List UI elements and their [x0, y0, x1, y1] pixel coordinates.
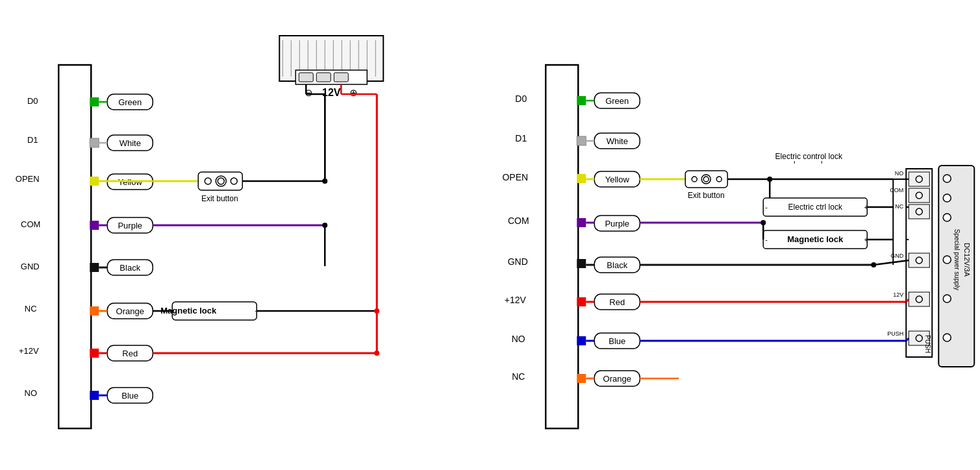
- svg-rect-1: [90, 97, 99, 106]
- term-label-nc: NC: [895, 203, 903, 210]
- ecl-name: Electric ctrl lock: [788, 203, 842, 212]
- label-green: Green: [118, 97, 142, 107]
- pin-d1: D1: [27, 135, 38, 145]
- svg-rect-5: [90, 263, 99, 272]
- exit-button-label: Exit button: [201, 194, 238, 203]
- exit-button-label-r: Exit button: [687, 191, 724, 200]
- svg-rect-71: [577, 96, 586, 105]
- label-red: Red: [122, 349, 138, 358]
- label-yellow-r: Yellow: [605, 175, 629, 184]
- psu-name: Special power supply: [953, 229, 961, 291]
- svg-rect-75: [577, 259, 586, 268]
- svg-rect-77: [577, 336, 586, 345]
- svg-rect-2: [90, 138, 99, 147]
- pin-d0: D0: [27, 96, 38, 106]
- magnetic-lock-label: Magnetic lock: [160, 306, 217, 315]
- label-orange: Orange: [116, 306, 144, 316]
- diagram-right: D0 D1 OPEN COM GND +12V NO NC: [490, 0, 981, 470]
- plus-label: ⊕: [349, 87, 358, 98]
- label-purple-r: Purple: [605, 219, 629, 229]
- diagram-left: D0 D1 OPEN COM GND NC +12V NO: [0, 0, 490, 470]
- label-white: White: [119, 138, 141, 148]
- svg-rect-64: [334, 73, 348, 82]
- pin-nc: NC: [25, 304, 37, 314]
- pin-com-r: COM: [507, 216, 529, 226]
- term-label-com: COM: [890, 187, 903, 193]
- label-green-r: Green: [605, 96, 629, 106]
- pin-open: OPEN: [16, 174, 40, 184]
- label-orange-r: Orange: [603, 374, 631, 384]
- pin-com: COM: [21, 219, 40, 229]
- pin-open-r: OPEN: [502, 172, 528, 182]
- term-label-push: PUSH: [887, 330, 903, 337]
- svg-rect-63: [316, 73, 331, 82]
- svg-rect-0: [58, 65, 91, 428]
- pin-gnd-r: GND: [507, 256, 527, 267]
- pin-no-r: NO: [511, 334, 525, 344]
- main-container: D0 D1 OPEN COM GND NC +12V NO: [0, 0, 980, 470]
- svg-rect-4: [90, 221, 99, 230]
- label-purple: Purple: [118, 221, 142, 230]
- svg-point-134: [943, 175, 951, 182]
- svg-rect-8: [90, 391, 99, 400]
- svg-rect-70: [546, 65, 578, 428]
- svg-point-128: [916, 257, 922, 264]
- svg-point-135: [943, 194, 951, 202]
- label-blue-r: Blue: [609, 336, 625, 346]
- ml-label-r: Magnetic lock: [787, 234, 844, 244]
- pin-12v: +12V: [19, 346, 39, 356]
- label-white-r: White: [606, 136, 627, 146]
- ml-minus-r: -: [765, 236, 768, 243]
- svg-point-130: [916, 296, 922, 303]
- term-label-12v: 12V: [893, 291, 903, 298]
- term-label-no: NO: [894, 170, 903, 177]
- svg-rect-76: [577, 297, 586, 306]
- pin-gnd: GND: [21, 262, 40, 271]
- svg-point-137: [943, 256, 951, 264]
- pin-nc-r: NC: [512, 371, 525, 382]
- term-push: PUSH: [924, 335, 931, 353]
- svg-rect-62: [299, 73, 313, 82]
- svg-point-124: [916, 192, 922, 199]
- pin-no: NO: [25, 388, 38, 398]
- svg-rect-3: [90, 177, 99, 186]
- svg-point-138: [943, 295, 951, 303]
- pin-12v-r: +12V: [504, 295, 526, 305]
- svg-point-122: [916, 176, 922, 182]
- term-label-gnd: GND: [890, 253, 904, 259]
- ecl-label: Electric control lock: [775, 152, 842, 161]
- pin-d0-r: D0: [515, 93, 527, 104]
- svg-point-136: [943, 214, 951, 221]
- svg-point-132: [916, 335, 922, 341]
- label-red-r: Red: [609, 297, 625, 307]
- svg-rect-73: [577, 174, 586, 183]
- label-black-r: Black: [607, 260, 627, 270]
- svg-rect-74: [577, 218, 586, 227]
- svg-rect-72: [577, 136, 586, 145]
- svg-rect-6: [90, 306, 99, 315]
- psu-model: DC12V/3A: [963, 243, 971, 277]
- pin-d1-r: D1: [515, 133, 527, 143]
- ecl-minus: -: [765, 203, 768, 211]
- svg-rect-7: [90, 349, 99, 358]
- label-blue: Blue: [121, 391, 138, 401]
- label-black: Black: [119, 263, 140, 273]
- svg-point-126: [916, 208, 922, 215]
- svg-rect-78: [577, 374, 586, 383]
- svg-point-139: [943, 334, 951, 341]
- svg-line-143: [873, 260, 909, 265]
